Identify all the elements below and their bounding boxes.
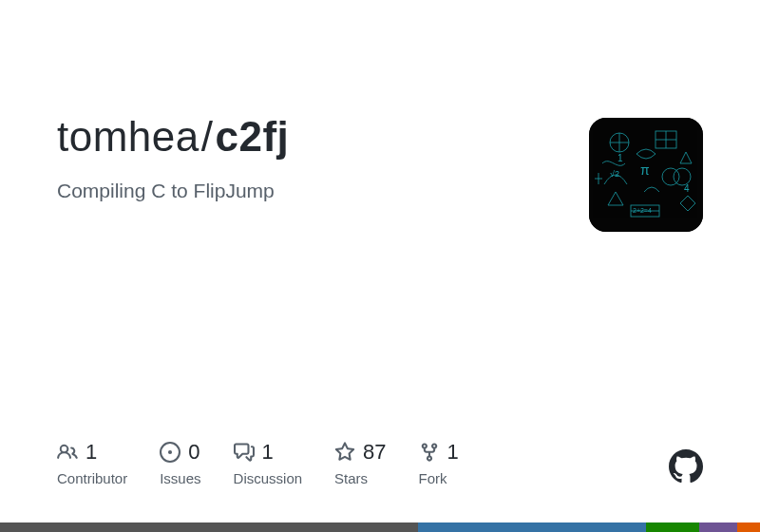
- stat-label: Issues: [160, 470, 200, 486]
- svg-text:4: 4: [684, 183, 690, 194]
- people-icon: [57, 442, 78, 463]
- stat-contributors[interactable]: 1 Contributor: [57, 440, 127, 486]
- language-segment: [699, 522, 737, 532]
- repo-owner[interactable]: tomhea: [57, 113, 200, 160]
- stat-count: 0: [188, 440, 200, 465]
- stat-label: Fork: [419, 470, 447, 486]
- language-bar: [0, 522, 760, 532]
- fork-icon: [419, 442, 440, 463]
- star-icon: [334, 442, 355, 463]
- svg-text:2+2=4: 2+2=4: [633, 207, 652, 214]
- svg-text:π: π: [640, 162, 650, 178]
- language-segment: [646, 522, 699, 532]
- repo-title: tomhea/c2fj: [57, 112, 589, 162]
- repo-name[interactable]: c2fj: [216, 113, 290, 160]
- stat-count: 1: [86, 440, 97, 465]
- svg-text:√2: √2: [610, 169, 619, 179]
- stat-count: 1: [447, 440, 459, 465]
- stat-label: Discussion: [234, 470, 303, 486]
- stat-count: 1: [262, 440, 274, 465]
- language-segment: [0, 522, 418, 532]
- discussion-icon: [234, 442, 255, 463]
- stat-discussions[interactable]: 1 Discussion: [234, 440, 303, 486]
- stat-label: Contributor: [57, 470, 127, 486]
- language-segment: [418, 522, 646, 532]
- slash: /: [201, 113, 214, 160]
- stat-issues[interactable]: 0 Issues: [160, 440, 200, 486]
- stat-stars[interactable]: 87 Stars: [334, 440, 386, 486]
- stat-count: 87: [363, 440, 386, 465]
- github-logo-icon[interactable]: [669, 449, 703, 484]
- repo-description: Compiling C to FlipJump: [57, 180, 589, 202]
- stat-forks[interactable]: 1 Fork: [419, 440, 459, 486]
- issue-icon: [160, 442, 180, 463]
- stats-list: 1 Contributor 0 Issues 1 Discussion 87 S…: [57, 440, 459, 486]
- language-segment: [737, 522, 760, 532]
- svg-text:1: 1: [618, 153, 623, 163]
- repo-avatar[interactable]: π √2 2+2=4 1 4: [589, 118, 703, 232]
- stat-label: Stars: [334, 470, 368, 486]
